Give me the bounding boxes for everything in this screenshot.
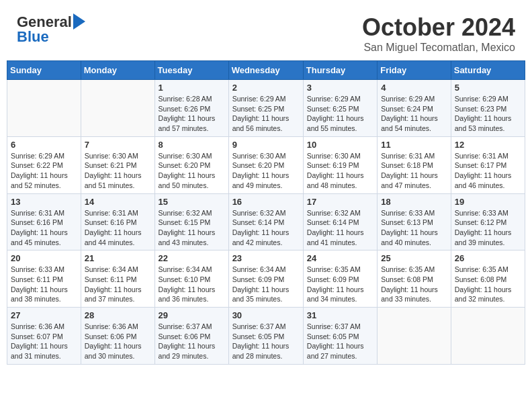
day-number: 26 [455,253,521,263]
calendar-cell: 12Sunrise: 6:31 AM Sunset: 6:17 PM Dayli… [451,136,525,193]
day-info: Sunrise: 6:29 AM Sunset: 6:25 PM Dayligh… [232,94,300,134]
day-info: Sunrise: 6:29 AM Sunset: 6:23 PM Dayligh… [455,94,521,134]
day-number: 31 [307,310,373,320]
day-number: 3 [307,83,373,93]
calendar-header-sunday: Sunday [7,61,81,80]
day-number: 23 [232,253,300,263]
day-number: 28 [85,310,151,320]
calendar-week-3: 13Sunrise: 6:31 AM Sunset: 6:16 PM Dayli… [7,193,525,250]
day-info: Sunrise: 6:31 AM Sunset: 6:17 PM Dayligh… [455,151,521,191]
calendar-cell: 21Sunrise: 6:34 AM Sunset: 6:11 PM Dayli… [81,250,154,308]
calendar-week-5: 27Sunrise: 6:36 AM Sunset: 6:07 PM Dayli… [7,308,525,365]
calendar-cell: 13Sunrise: 6:31 AM Sunset: 6:16 PM Dayli… [7,193,81,250]
logo-blue: Blue [17,28,49,46]
calendar-cell: 17Sunrise: 6:32 AM Sunset: 6:14 PM Dayli… [303,193,377,250]
day-number: 6 [11,140,77,150]
day-number: 21 [85,253,151,263]
day-info: Sunrise: 6:28 AM Sunset: 6:26 PM Dayligh… [159,94,225,134]
day-info: Sunrise: 6:32 AM Sunset: 6:15 PM Dayligh… [159,208,225,248]
calendar-cell: 26Sunrise: 6:35 AM Sunset: 6:08 PM Dayli… [451,250,525,308]
calendar-cell: 28Sunrise: 6:36 AM Sunset: 6:06 PM Dayli… [81,308,154,365]
day-info: Sunrise: 6:37 AM Sunset: 6:05 PM Dayligh… [307,322,373,361]
calendar-header-row: SundayMondayTuesdayWednesdayThursdayFrid… [7,61,525,80]
day-number: 16 [232,197,300,207]
day-number: 25 [381,253,447,263]
day-number: 29 [159,310,225,320]
calendar-cell: 27Sunrise: 6:36 AM Sunset: 6:07 PM Dayli… [7,308,81,365]
day-info: Sunrise: 6:31 AM Sunset: 6:16 PM Dayligh… [85,208,151,248]
calendar-header-wednesday: Wednesday [228,61,303,80]
calendar-cell: 1Sunrise: 6:28 AM Sunset: 6:26 PM Daylig… [154,80,228,137]
day-number: 14 [85,197,151,207]
calendar-cell: 24Sunrise: 6:35 AM Sunset: 6:09 PM Dayli… [303,250,377,308]
day-info: Sunrise: 6:32 AM Sunset: 6:14 PM Dayligh… [307,208,373,248]
day-number: 7 [85,140,151,150]
day-number: 2 [232,83,300,93]
calendar-subtitle: San Miguel Tecomatlan, Mexico [362,42,515,54]
day-number: 10 [307,140,373,150]
day-number: 9 [232,140,300,150]
day-info: Sunrise: 6:33 AM Sunset: 6:12 PM Dayligh… [455,208,521,248]
logo-arrow-icon [73,13,85,30]
calendar-cell: 16Sunrise: 6:32 AM Sunset: 6:14 PM Dayli… [228,193,303,250]
day-info: Sunrise: 6:34 AM Sunset: 6:09 PM Dayligh… [232,265,300,304]
calendar-title-block: October 2024 San Miguel Tecomatlan, Mexi… [362,13,515,54]
day-info: Sunrise: 6:29 AM Sunset: 6:25 PM Dayligh… [307,94,373,134]
day-info: Sunrise: 6:34 AM Sunset: 6:11 PM Dayligh… [85,265,151,304]
calendar-cell [81,80,154,137]
day-info: Sunrise: 6:36 AM Sunset: 6:06 PM Dayligh… [85,322,151,361]
day-info: Sunrise: 6:35 AM Sunset: 6:08 PM Dayligh… [381,265,447,304]
calendar-cell: 30Sunrise: 6:37 AM Sunset: 6:05 PM Dayli… [228,308,303,365]
day-info: Sunrise: 6:35 AM Sunset: 6:08 PM Dayligh… [455,265,521,304]
calendar-cell: 11Sunrise: 6:31 AM Sunset: 6:18 PM Dayli… [378,136,451,193]
day-number: 12 [455,140,521,150]
calendar-cell: 15Sunrise: 6:32 AM Sunset: 6:15 PM Dayli… [154,193,228,250]
day-info: Sunrise: 6:31 AM Sunset: 6:18 PM Dayligh… [381,151,447,191]
calendar-cell: 6Sunrise: 6:29 AM Sunset: 6:22 PM Daylig… [7,136,81,193]
day-number: 15 [159,197,225,207]
day-info: Sunrise: 6:30 AM Sunset: 6:20 PM Dayligh… [232,151,300,191]
day-number: 1 [159,83,225,93]
calendar-cell: 9Sunrise: 6:30 AM Sunset: 6:20 PM Daylig… [228,136,303,193]
day-info: Sunrise: 6:30 AM Sunset: 6:19 PM Dayligh… [307,151,373,191]
calendar-cell: 20Sunrise: 6:33 AM Sunset: 6:11 PM Dayli… [7,250,81,308]
calendar-cell [451,308,525,365]
calendar-week-1: 1Sunrise: 6:28 AM Sunset: 6:26 PM Daylig… [7,80,525,137]
day-info: Sunrise: 6:32 AM Sunset: 6:14 PM Dayligh… [232,208,300,248]
calendar-cell: 10Sunrise: 6:30 AM Sunset: 6:19 PM Dayli… [303,136,377,193]
day-info: Sunrise: 6:30 AM Sunset: 6:20 PM Dayligh… [159,151,225,191]
day-number: 13 [11,197,77,207]
calendar-cell: 18Sunrise: 6:33 AM Sunset: 6:13 PM Dayli… [378,193,451,250]
day-info: Sunrise: 6:29 AM Sunset: 6:24 PM Dayligh… [381,94,447,134]
day-info: Sunrise: 6:34 AM Sunset: 6:10 PM Dayligh… [159,265,225,304]
calendar-cell: 4Sunrise: 6:29 AM Sunset: 6:24 PM Daylig… [378,80,451,137]
day-number: 27 [11,310,77,320]
day-number: 30 [232,310,300,320]
calendar-cell: 2Sunrise: 6:29 AM Sunset: 6:25 PM Daylig… [228,80,303,137]
calendar-cell: 29Sunrise: 6:37 AM Sunset: 6:06 PM Dayli… [154,308,228,365]
calendar-header-monday: Monday [81,61,154,80]
calendar-header-tuesday: Tuesday [154,61,228,80]
day-number: 22 [159,253,225,263]
day-number: 20 [11,253,77,263]
day-number: 19 [455,197,521,207]
calendar-header-thursday: Thursday [303,61,377,80]
calendar-cell: 23Sunrise: 6:34 AM Sunset: 6:09 PM Dayli… [228,250,303,308]
page-header: General Blue October 2024 San Miguel Tec… [7,7,525,57]
calendar-cell [378,308,451,365]
calendar-cell: 22Sunrise: 6:34 AM Sunset: 6:10 PM Dayli… [154,250,228,308]
day-number: 17 [307,197,373,207]
calendar-header-saturday: Saturday [451,61,525,80]
calendar-week-4: 20Sunrise: 6:33 AM Sunset: 6:11 PM Dayli… [7,250,525,308]
day-info: Sunrise: 6:33 AM Sunset: 6:11 PM Dayligh… [11,265,77,304]
day-number: 8 [159,140,225,150]
calendar-title: October 2024 [362,13,515,42]
day-info: Sunrise: 6:35 AM Sunset: 6:09 PM Dayligh… [307,265,373,304]
calendar-cell: 8Sunrise: 6:30 AM Sunset: 6:20 PM Daylig… [154,136,228,193]
day-number: 5 [455,83,521,93]
day-number: 11 [381,140,447,150]
day-number: 24 [307,253,373,263]
calendar-week-2: 6Sunrise: 6:29 AM Sunset: 6:22 PM Daylig… [7,136,525,193]
day-number: 18 [381,197,447,207]
calendar-cell: 3Sunrise: 6:29 AM Sunset: 6:25 PM Daylig… [303,80,377,137]
